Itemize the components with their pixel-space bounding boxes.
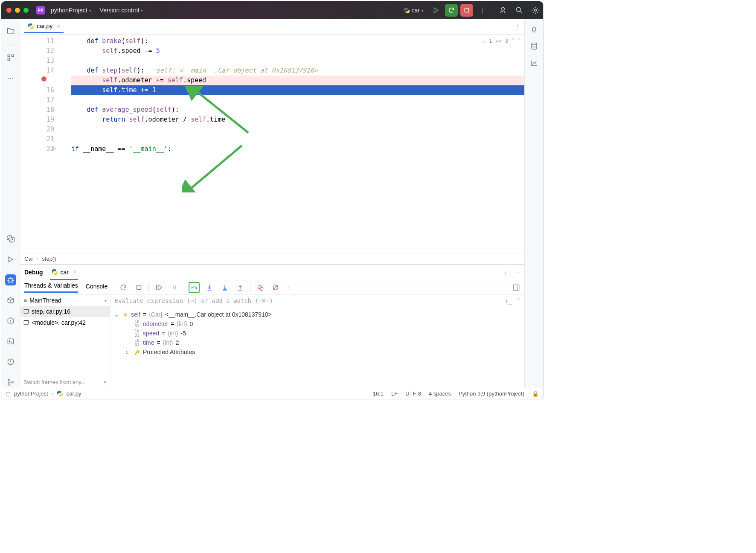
chevron-down-icon: ▾ — [105, 298, 107, 303]
debug-tool-icon[interactable] — [5, 274, 16, 285]
run-gutter-icon[interactable]: ▷ — [52, 143, 56, 153]
mute-breakpoints-icon[interactable] — [270, 282, 281, 293]
minimize-window-button[interactable] — [15, 8, 20, 13]
line-number: 12 — [20, 46, 54, 56]
terminal-tool-icon[interactable] — [5, 336, 16, 347]
lock-icon[interactable]: 🔒 — [532, 390, 539, 397]
rerun-debug-icon[interactable] — [118, 282, 129, 293]
variable-row[interactable]: 1001 odometer = {int} 0 — [114, 319, 521, 329]
gutter[interactable]: 11 12 13 14 16 17 18 19 20 21 22 ▷ — [20, 35, 71, 253]
indent[interactable]: 4 spaces — [429, 390, 451, 397]
run-config-dropdown[interactable]: car ▾ — [401, 6, 426, 15]
close-session-icon[interactable]: × — [73, 269, 76, 275]
project-dropdown[interactable]: pythonProject ▾ — [48, 6, 94, 15]
editor-tab-car[interactable]: car.py × — [24, 20, 64, 33]
breadcrumb-item[interactable]: step() — [42, 256, 56, 262]
stop-button[interactable] — [460, 4, 473, 17]
svg-rect-4 — [12, 55, 14, 57]
maximize-window-button[interactable] — [23, 8, 29, 13]
toolbar-more-icon[interactable]: ⋮ — [286, 284, 292, 291]
editor-tabs-more[interactable]: ⋮ — [515, 23, 520, 30]
step-into-icon[interactable] — [204, 282, 215, 293]
svg-rect-0 — [465, 8, 468, 12]
chevron-down-icon: ▾ — [141, 8, 143, 13]
line-number: 17 — [20, 95, 54, 105]
step-over-icon[interactable] — [189, 282, 200, 293]
project-name-label: pythonProject — [51, 7, 87, 14]
titlebar: PP pythonProject ▾ Version control ▾ car… — [1, 1, 543, 19]
project-tool-icon[interactable] — [5, 25, 16, 36]
more-tool-icon[interactable]: ⋯ — [5, 73, 16, 84]
thread-selector[interactable]: ≡ MainThread ▾ — [20, 295, 110, 306]
variable-row[interactable]: 1001 time = {int} 2 — [114, 338, 521, 347]
project-status-icon[interactable]: ▢ — [6, 390, 11, 397]
threads-tab[interactable]: Threads & Variables — [24, 282, 78, 293]
vcs-label: Version control — [100, 7, 140, 14]
run-tool-icon[interactable] — [5, 254, 16, 265]
hide-panel-icon[interactable]: — — [515, 269, 520, 276]
eval-placeholder: Evaluate expression (⏎) or add a watch (… — [115, 297, 273, 304]
status-path-item[interactable]: pythonProject — [14, 390, 48, 397]
debug-play-button[interactable] — [430, 4, 442, 17]
status-path-item[interactable]: car.py — [67, 390, 81, 397]
services-tool-icon[interactable] — [5, 315, 16, 326]
add-watch-icon[interactable]: +̲ — [505, 297, 512, 304]
code-editor[interactable]: ⚠1 ✔✔3 ˄ ˅ 11 12 13 14 16 17 18 19 20 21 — [20, 35, 524, 253]
pause-icon[interactable] — [169, 282, 180, 293]
frame-label: step, car.py:16 — [32, 308, 70, 315]
close-window-button[interactable] — [6, 8, 12, 13]
code-with-me-icon[interactable] — [499, 6, 507, 15]
svg-point-20 — [532, 43, 537, 45]
packages-tool-icon[interactable] — [5, 295, 16, 306]
layout-settings-icon[interactable] — [512, 284, 520, 291]
cursor-position[interactable]: 16:1 — [373, 390, 384, 397]
close-hint-icon[interactable]: × — [103, 379, 107, 385]
debug-session-tab[interactable]: car × — [50, 267, 78, 280]
variable-row[interactable]: 1001 speed = {int} -5 — [114, 329, 521, 338]
structure-tool-icon[interactable] — [5, 52, 16, 63]
interpreter[interactable]: Python 3.9 (pythonProject) — [459, 390, 524, 397]
line-number: 19 — [20, 115, 54, 125]
svg-point-11 — [8, 384, 9, 385]
stop-debug-icon[interactable] — [133, 282, 144, 293]
python-icon — [52, 269, 58, 275]
debug-toolbar: ⋮ — [118, 282, 292, 293]
chevron-down-icon[interactable]: ˅ — [517, 297, 520, 304]
object-icon: ▤ — [122, 311, 128, 318]
breadcrumb[interactable]: Car › step() — [20, 253, 524, 264]
vcs-tool-icon[interactable] — [5, 377, 16, 388]
frame-item[interactable]: ❐ <module>, car.py:42 — [20, 317, 110, 328]
close-tab-icon[interactable]: × — [57, 23, 60, 29]
settings-icon[interactable] — [531, 6, 540, 15]
evaluate-expression-input[interactable]: Evaluate expression (⏎) or add a watch (… — [110, 295, 524, 307]
breadcrumb-item[interactable]: Car — [24, 256, 33, 262]
line-number: 20 — [20, 125, 54, 134]
encoding[interactable]: UTF-8 — [405, 390, 421, 397]
rerun-button[interactable] — [445, 4, 458, 17]
run-more-button[interactable]: ⋮ — [476, 4, 488, 17]
frame-item[interactable]: ❐ step, car.py:16 — [20, 306, 110, 317]
variable-row[interactable]: › 🔑 Protected Attributes — [114, 347, 521, 357]
expand-icon[interactable]: ⌄ — [114, 311, 119, 318]
problems-tool-icon[interactable] — [5, 356, 16, 367]
breakpoint-icon[interactable] — [41, 76, 47, 81]
database-icon[interactable] — [530, 42, 538, 50]
chevron-down-icon: ▾ — [89, 8, 91, 13]
expand-icon[interactable]: › — [126, 349, 131, 355]
step-into-my-code-icon[interactable] — [219, 282, 230, 293]
debug-more-icon[interactable]: ⋮ — [503, 269, 509, 276]
vcs-dropdown[interactable]: Version control ▾ — [97, 6, 146, 15]
notifications-icon[interactable] — [530, 25, 538, 33]
view-breakpoints-icon[interactable] — [255, 282, 266, 293]
resume-icon[interactable] — [153, 282, 164, 293]
int-icon: 1001 — [134, 339, 140, 346]
frames-pane: ≡ MainThread ▾ ❐ step, car.py:16 ❐ <modu… — [20, 295, 110, 388]
python-console-icon[interactable] — [5, 233, 16, 244]
svg-rect-15 — [137, 285, 141, 290]
step-out-icon[interactable] — [235, 282, 246, 293]
variable-row[interactable]: ⌄ ▤ self = {Car} <__main__.Car object at… — [114, 310, 521, 319]
sciview-icon[interactable] — [530, 59, 538, 67]
search-icon[interactable] — [515, 6, 523, 15]
line-separator[interactable]: LF — [391, 390, 398, 397]
console-tab[interactable]: Console — [86, 283, 108, 292]
